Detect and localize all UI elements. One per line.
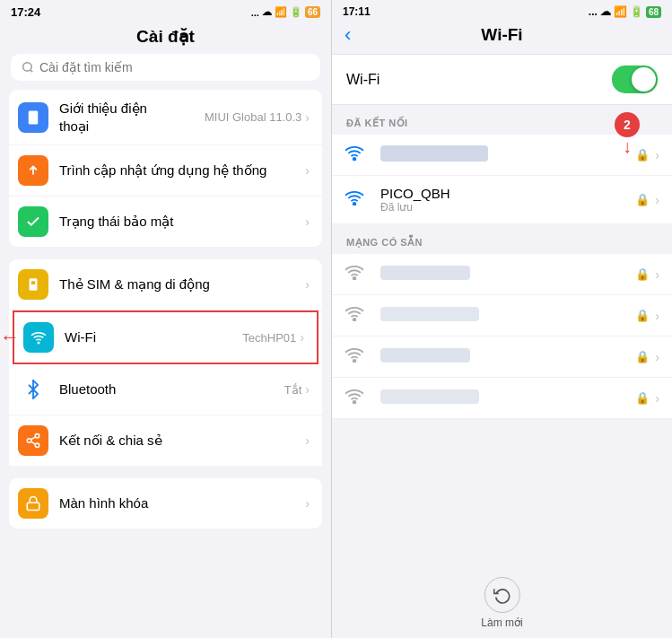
svg-line-1 [31, 70, 33, 73]
lockscreen-title: Màn hình khóa [59, 494, 305, 512]
wifi-content: ĐÃ KẾT NỐI 🔒 › 2 ↓ [332, 105, 672, 638]
settings-item-system-update[interactable]: Trình cập nhật ứng dụng hệ thống › [9, 145, 322, 197]
search-bar[interactable] [11, 54, 320, 81]
avail-chevron-3: › [655, 350, 659, 364]
lockscreen-right: › [305, 496, 310, 511]
wifi-connected-2[interactable]: PICO_QBH Đã lưu 🔒 › [332, 176, 672, 224]
phone-intro-chevron: › [305, 110, 310, 125]
phone-intro-value: MIUI Global 11.0.3 [205, 110, 301, 124]
avail-lock-1: 🔒 [635, 267, 650, 281]
wifi-value: TechHP01 [242, 331, 296, 345]
avail-right-3: 🔒 › [635, 350, 659, 364]
avail-chevron-1: › [655, 267, 659, 282]
wifi-available-4[interactable]: 🔒 › [332, 378, 672, 419]
settings-item-lockscreen[interactable]: Màn hình khóa › [9, 478, 322, 529]
svg-point-17 [353, 319, 356, 321]
back-button[interactable]: ‹ [345, 23, 351, 47]
wifi-chevron: › [300, 330, 304, 345]
avail-signal-2 [345, 305, 371, 326]
phone-intro-right: MIUI Global 11.0.3 › [205, 110, 310, 125]
network-info-2: PICO_QBH Đã lưu [380, 186, 635, 214]
wifi-available-2[interactable]: 🔒 › [332, 295, 672, 336]
security-icon [18, 206, 48, 237]
settings-item-wifi[interactable]: Wi-Fi TechHP01 › 1 ← [13, 310, 319, 364]
settings-item-phone-intro[interactable]: Giới thiệu điệnthoại MIUI Global 11.0.3 … [9, 90, 322, 145]
chevron-2: › [655, 193, 659, 207]
badge-2: 2 [615, 112, 640, 137]
group-display: Màn hình khóa › [9, 478, 322, 529]
avail-lock-2: 🔒 [635, 309, 650, 322]
sim-text: Thẻ SIM & mạng di động [59, 275, 305, 293]
avail-chevron-2: › [655, 309, 659, 323]
search-icon [22, 61, 34, 74]
svg-point-10 [35, 443, 39, 448]
system-update-chevron: › [305, 163, 310, 178]
avail-info-2 [380, 307, 635, 325]
right-header: ‹ Wi-Fi [332, 22, 672, 54]
avail-info-3 [380, 348, 635, 366]
connection-text: Kết nối & chia sẻ [59, 432, 305, 450]
bluetooth-icon [18, 374, 48, 405]
left-panel: 17:24 ... ☁ 📶 🔋 66 Cài đặt Giới thiệu [0, 0, 332, 638]
group-system: Giới thiệu điệnthoại MIUI Global 11.0.3 … [9, 90, 322, 247]
bluetooth-text: Bluetooth [59, 380, 284, 398]
right-title: Wi-Fi [481, 25, 522, 45]
avail-lock-3: 🔒 [635, 350, 650, 363]
avail-right-1: 🔒 › [635, 267, 659, 282]
wifi-available-3[interactable]: 🔒 › [332, 336, 672, 378]
security-title: Trạng thái bảo mật [59, 213, 305, 231]
system-update-icon [18, 155, 48, 186]
right-panel: 17:11 ... ☁ 📶 🔋 68 ‹ Wi-Fi Wi-Fi ĐÃ KẾT … [332, 0, 672, 638]
sim-title: Thẻ SIM & mạng di động [59, 275, 305, 293]
network-sub-2: Đã lưu [380, 201, 635, 214]
settings-item-bluetooth[interactable]: Bluetooth Tắt › [9, 364, 322, 415]
wifi-icon [23, 322, 54, 353]
left-status-bar: 17:24 ... ☁ 📶 🔋 66 [0, 0, 331, 22]
settings-item-security[interactable]: Trạng thái bảo mật › [9, 197, 322, 247]
wifi-signal-icon-2 [345, 189, 371, 210]
connection-chevron: › [305, 433, 310, 448]
bluetooth-title: Bluetooth [59, 380, 284, 398]
wifi-toggle-row: Wi-Fi [332, 54, 672, 105]
settings-list: Giới thiệu điệnthoại MIUI Global 11.0.3 … [0, 90, 331, 638]
phone-intro-text: Giới thiệu điệnthoại [59, 100, 205, 135]
wifi-toggle[interactable] [612, 66, 658, 93]
refresh-label: Làm mới [481, 616, 522, 629]
wifi-annotation: 1 ← [0, 325, 20, 350]
network-right-2: 🔒 › [635, 193, 659, 207]
section-available-label: MẠNG CÓ SẴN [332, 224, 672, 254]
search-input[interactable] [39, 60, 310, 74]
settings-item-sim[interactable]: Thẻ SIM & mạng di động › [9, 259, 322, 310]
avail-right-4: 🔒 › [635, 391, 659, 406]
svg-rect-6 [31, 281, 36, 284]
refresh-button[interactable]: Làm mới [481, 577, 522, 629]
security-text: Trạng thái bảo mật [59, 213, 305, 231]
avail-signal-1 [345, 264, 371, 284]
svg-point-9 [27, 439, 31, 443]
avail-signal-3 [345, 346, 371, 367]
sim-chevron: › [305, 277, 310, 292]
group-connectivity: Thẻ SIM & mạng di động › Wi-Fi TechHP01 … [9, 259, 322, 466]
phone-intro-title: Giới thiệu điệnthoại [59, 100, 205, 135]
avail-name-blurred-2 [380, 307, 479, 321]
wifi-toggle-label: Wi-Fi [346, 72, 612, 88]
wifi-signal-icon-1 [345, 144, 371, 165]
wifi-available-1[interactable]: 🔒 › [332, 254, 672, 295]
right-time: 17:11 [343, 5, 371, 18]
svg-point-7 [38, 342, 39, 344]
wifi-title: Wi-Fi [65, 328, 242, 346]
right-status-bar: 17:11 ... ☁ 📶 🔋 68 [332, 0, 672, 22]
svg-point-16 [353, 277, 356, 280]
left-page-title: Cài đặt [0, 22, 331, 54]
phone-intro-icon [18, 102, 48, 133]
avail-info-1 [380, 266, 635, 284]
settings-item-connection[interactable]: Kết nối & chia sẻ › [9, 415, 322, 466]
wifi-connected-1[interactable]: 🔒 › 2 ↓ [332, 135, 672, 176]
avail-chevron-4: › [655, 391, 659, 406]
svg-line-12 [31, 437, 35, 440]
wifi-right: TechHP01 › [242, 330, 304, 345]
svg-point-19 [353, 401, 356, 404]
left-status-icons: ... ☁ 📶 🔋 66 [251, 6, 320, 18]
svg-point-14 [353, 158, 356, 161]
lock-icon-2: 🔒 [635, 193, 650, 206]
